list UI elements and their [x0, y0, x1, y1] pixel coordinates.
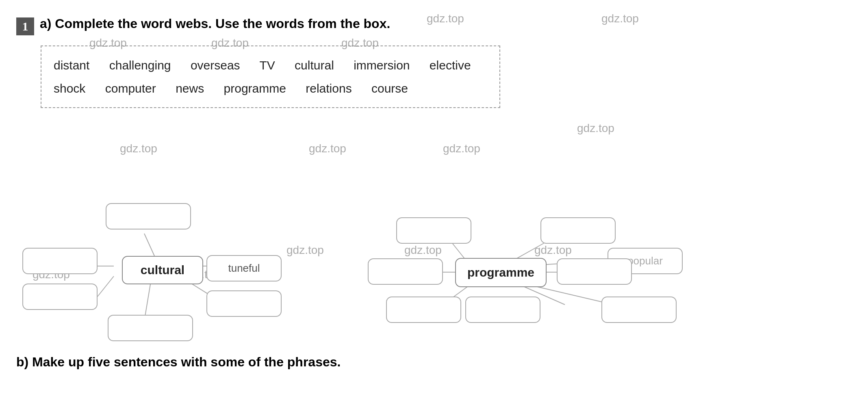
programme-midright — [557, 258, 632, 285]
task-instruction: a) Complete the word webs. Use the words… — [40, 16, 390, 31]
programme-topmidright — [540, 217, 616, 244]
programme-botleft — [386, 297, 461, 323]
word-elective: elective — [430, 58, 471, 72]
svg-line-0 — [144, 234, 154, 256]
word-news: news — [176, 82, 204, 95]
word-cultural: cultural — [295, 58, 334, 72]
cultural-topright: tuneful — [206, 255, 282, 281]
cultural-botright — [206, 290, 282, 317]
svg-line-7 — [514, 242, 547, 260]
word-tv: TV — [259, 58, 275, 72]
word-distant: distant — [54, 58, 89, 72]
cultural-top — [106, 203, 191, 229]
task-number: 1 — [16, 17, 34, 35]
programme-botright — [601, 297, 677, 323]
word-box: distant challenging overseas TV cultural… — [41, 41, 500, 108]
cultural-botleft — [22, 284, 98, 310]
watermark-2: gdz.top — [601, 12, 639, 25]
programme-center: programme — [455, 258, 547, 287]
task-header: 1 a) Complete the word webs. Use the wor… — [16, 16, 390, 35]
word-computer: computer — [105, 82, 156, 95]
connector-svg — [0, 114, 868, 390]
word-immersion: immersion — [354, 58, 410, 72]
cultural-topleft — [22, 248, 98, 274]
word-shock: shock — [54, 82, 85, 95]
watermark-1: gdz.top — [427, 12, 464, 25]
svg-line-2 — [98, 276, 114, 297]
word-overseas: overseas — [191, 58, 240, 72]
programme-topleft — [396, 217, 471, 244]
programme-botmid — [465, 297, 540, 323]
programme-midleft — [368, 258, 443, 285]
word-programme: programme — [224, 82, 286, 95]
word-relations: relations — [306, 82, 352, 95]
word-course: course — [371, 82, 408, 95]
cultural-botmid — [108, 315, 193, 341]
bottom-instruction: b) Make up five sentences with some of t… — [16, 355, 341, 370]
word-challenging: challenging — [109, 58, 171, 72]
cultural-center: cultural — [122, 256, 203, 284]
